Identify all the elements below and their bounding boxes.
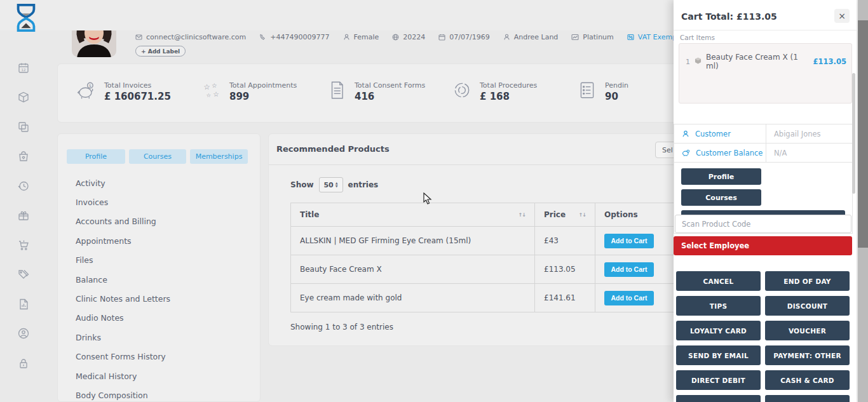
- menu-item-medical-history[interactable]: Medical History: [76, 366, 170, 385]
- user-icon: [503, 34, 510, 41]
- show-label: Show: [290, 180, 314, 189]
- recommended-products-title: Recommended Products: [276, 144, 390, 154]
- menu-item-balance[interactable]: Balance: [76, 270, 170, 289]
- column-header-price[interactable]: Price: [544, 210, 566, 219]
- action-label: LOYALTY CARD: [690, 327, 747, 335]
- sidebar-icon-cart[interactable]: [17, 239, 30, 251]
- menu-item-invoices[interactable]: Invoices: [76, 192, 170, 211]
- menu-item-files[interactable]: Files: [76, 251, 170, 270]
- sidebar-icon-report[interactable]: [17, 298, 30, 311]
- clinicsoftware-logo[interactable]: [13, 3, 39, 32]
- close-icon: ×: [838, 11, 846, 21]
- add-to-cart-button[interactable]: Add to Cart: [604, 291, 654, 305]
- cart-item-name: Beauty Face Cream X (1 ml): [706, 53, 810, 70]
- customer-phone[interactable]: +447490009777: [259, 33, 329, 41]
- email-icon: [135, 34, 142, 41]
- direct-debit-button[interactable]: DIRECT DEBIT: [676, 370, 761, 390]
- close-cart-button[interactable]: ×: [834, 9, 850, 23]
- sort-icon[interactable]: ↑↓: [579, 212, 586, 218]
- sidebar-icon-tags[interactable]: [17, 268, 30, 281]
- menu-item-drinks[interactable]: Drinks: [76, 328, 170, 347]
- stat-total-procedures: Total Procedures£ 168: [452, 78, 577, 102]
- end-of-day-button[interactable]: END OF DAY: [765, 271, 850, 291]
- menu-item-clinic-notes-and-letters[interactable]: Clinic Notes and Letters: [76, 289, 170, 308]
- sidebar-icon-lock[interactable]: [17, 357, 30, 370]
- cart-panel: Cart Total: £113.05 × Cart Items 1 Beaut…: [674, 0, 857, 402]
- add-to-cart-label: Add to Cart: [611, 237, 647, 245]
- sidebar-icon-shop-bag[interactable]: [17, 150, 30, 163]
- page-size-select[interactable]: 50 ▲▼: [319, 177, 343, 192]
- customer-balance-label-cell[interactable]: Customer Balance: [674, 144, 766, 162]
- stat-label: Total Consent Forms: [355, 81, 425, 90]
- tab-label: Profile: [85, 152, 107, 161]
- product-price: £43: [544, 236, 559, 245]
- svg-text:☆: ☆: [206, 92, 211, 98]
- action-label: CASH & CARD: [780, 377, 834, 384]
- customer-label-cell[interactable]: Customer: [674, 124, 766, 143]
- cart-total-title: Cart Total: £113.05: [681, 11, 777, 22]
- cart-action-button-partial[interactable]: [765, 395, 850, 402]
- column-header-title[interactable]: Title: [300, 210, 319, 219]
- svg-text:$: $: [89, 83, 92, 88]
- customer-dob-text: 07/07/1969: [449, 33, 489, 41]
- tips-button[interactable]: TIPS: [676, 296, 761, 316]
- menu-item-body-composition[interactable]: Body Composition: [76, 385, 170, 402]
- tab-courses[interactable]: Courses: [129, 149, 186, 164]
- send-by-email-button[interactable]: SEND BY EMAIL: [676, 345, 761, 365]
- sidebar-icon-copy[interactable]: [17, 121, 30, 133]
- svg-text:☆: ☆: [203, 83, 210, 91]
- menu-item-audio-notes[interactable]: Audio Notes: [76, 309, 170, 328]
- customer-label: Customer: [695, 130, 731, 138]
- loyalty-card-button[interactable]: LOYALTY CARD: [676, 321, 761, 340]
- sidebar-icon-gift[interactable]: [17, 209, 30, 222]
- button-label: Courses: [705, 194, 736, 202]
- menu-item-activity[interactable]: Activity: [76, 173, 170, 192]
- cash-and-card-button[interactable]: CASH & CARD: [765, 370, 850, 390]
- svg-text:☆: ☆: [212, 82, 217, 89]
- cart-items-label: Cart Items: [680, 34, 715, 41]
- add-to-cart-button[interactable]: Add to Cart: [604, 262, 654, 277]
- cart-item-card[interactable]: 1 Beauty Face Cream X (1 ml) £113.05: [679, 43, 852, 104]
- menu-item-consent-forms-history[interactable]: Consent Forms History: [76, 347, 170, 366]
- add-to-cart-button[interactable]: Add to Cart: [604, 234, 654, 248]
- add-label-button[interactable]: + Add Label: [135, 46, 186, 57]
- svg-text:☆: ☆: [213, 90, 219, 98]
- stat-label: Total Invoices: [104, 81, 151, 90]
- sidebar-icon-user-circle[interactable]: [17, 327, 30, 340]
- action-label: DIRECT DEBIT: [691, 377, 745, 384]
- cart-scrollbar-thumb[interactable]: [852, 73, 855, 194]
- action-label: SEND BY EMAIL: [688, 352, 749, 359]
- tab-profile[interactable]: Profile: [67, 149, 125, 164]
- select-products-label: Sel: [662, 146, 673, 154]
- chart-icon: [571, 34, 579, 41]
- sidebar-icon-history[interactable]: [17, 180, 30, 192]
- tab-memberships[interactable]: Memberships: [190, 149, 248, 164]
- cart-profile-button[interactable]: Profile: [681, 168, 761, 185]
- donut-chart-icon: [452, 80, 472, 100]
- customer-tier-text: Platinum: [583, 33, 613, 41]
- package-icon: [694, 57, 702, 67]
- customer-dob: 07/07/1969: [438, 33, 489, 41]
- scan-product-code-input[interactable]: [675, 215, 851, 233]
- page-scrollbar-thumb[interactable]: [858, 20, 868, 248]
- customer-owner[interactable]: Andree Land: [503, 33, 559, 41]
- sort-icon[interactable]: ↑↓: [519, 212, 526, 218]
- menu-item-appointments[interactable]: Appointments: [76, 231, 170, 250]
- customer-email[interactable]: connect@clinicsoftware.com: [135, 33, 246, 41]
- globe-icon: [392, 34, 399, 41]
- cancel-button[interactable]: CANCEL: [676, 271, 761, 291]
- discount-button[interactable]: DISCOUNT: [765, 296, 850, 316]
- select-employee-button[interactable]: Select Employee: [674, 236, 852, 255]
- cart-action-button-partial[interactable]: [676, 395, 761, 402]
- sidebar-icon-products[interactable]: [17, 91, 30, 104]
- voucher-button[interactable]: VOUCHER: [765, 321, 850, 340]
- select-employee-label: Select Employee: [681, 241, 749, 250]
- action-label: PAYMENT: OTHER: [773, 352, 841, 359]
- stat-total-appointments: ☆☆☆☆ Total Appointments899: [201, 78, 327, 102]
- sidebar-icon-calendar[interactable]: 12: [17, 62, 30, 74]
- stat-value: 90: [605, 91, 618, 102]
- app-window: Today Contacts Leads Deals Tasks Members…: [0, 0, 868, 402]
- menu-item-accounts-and-billing[interactable]: Accounts and Billing: [76, 212, 170, 231]
- payment-other-button[interactable]: PAYMENT: OTHER: [765, 345, 850, 365]
- cart-courses-button[interactable]: Courses: [681, 189, 761, 206]
